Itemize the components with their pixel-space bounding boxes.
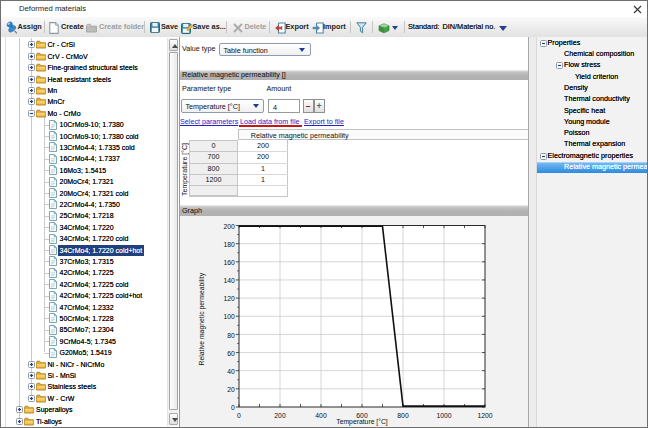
- svg-text:80: 80: [227, 332, 235, 339]
- svg-text:200: 200: [223, 223, 235, 230]
- svg-text:180: 180: [223, 241, 235, 248]
- svg-text:140: 140: [223, 277, 235, 284]
- svg-text:1200: 1200: [477, 412, 492, 419]
- svg-text:200: 200: [274, 412, 286, 419]
- svg-text:Temperature [°C]: Temperature [°C]: [336, 418, 388, 426]
- svg-text:120: 120: [223, 295, 235, 302]
- svg-text:Relative magnetic permeability: Relative magnetic permeability: [198, 272, 206, 365]
- svg-text:60: 60: [227, 350, 235, 357]
- svg-text:400: 400: [315, 412, 327, 419]
- svg-text:0: 0: [237, 412, 241, 419]
- svg-text:100: 100: [223, 313, 235, 320]
- svg-text:800: 800: [397, 412, 409, 419]
- svg-text:20: 20: [227, 386, 235, 393]
- svg-text:40: 40: [227, 368, 235, 375]
- svg-text:1000: 1000: [436, 412, 451, 419]
- svg-text:160: 160: [223, 259, 235, 266]
- svg-text:0: 0: [231, 404, 235, 411]
